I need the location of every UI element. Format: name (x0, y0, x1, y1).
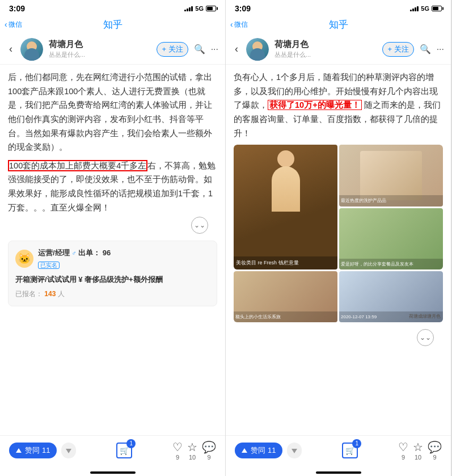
header-icons-right: 🔍 ··· (420, 44, 444, 54)
showcase-date: 2020-12-07 13:59 (339, 311, 443, 323)
real-name-badge-left: 已实名 (38, 262, 60, 269)
registered-count-left: 143 (44, 290, 56, 298)
cart-count-left: 1 (126, 439, 136, 448)
author-name-right: 荷塘月色 (274, 39, 377, 50)
star-icon-right: ☆ (413, 440, 423, 454)
showcase-top-right-img: 最近热度的洗护产品品 (339, 145, 443, 207)
network-type-right: 5G (421, 5, 429, 12)
bottom-bar-left (0, 465, 225, 476)
battery-icon-left (206, 6, 216, 11)
promo-box-left: 🐱 运营/经理 ♂ 出单： 96 已实名 开箱测评/试试试用 ¥ 奢侈品级洗护+… (8, 241, 217, 306)
showcase-caption-3: 爱是好呀，的比分享套餐品及发友本 (339, 259, 443, 270)
comment-group-right[interactable]: 💬 9 (428, 440, 442, 461)
comment-group-left[interactable]: 💬 9 (202, 440, 216, 461)
cart-icon-right[interactable]: 🛒 1 (342, 443, 358, 458)
vote-down-button-right[interactable] (287, 443, 302, 458)
battery-icon-right (432, 6, 442, 11)
image-showcase-right: 美妆类目 re Fresh 钱栏意量 最近热度的洗护产品品 爱是好呀，的比分享套… (234, 145, 443, 322)
app-title-left: 知乎 (103, 18, 122, 31)
like-group-right[interactable]: ♡ 9 (398, 440, 408, 461)
showcase-bottom-right-img: 爱是好呀，的比分享套餐品及发友本 (339, 208, 443, 270)
search-icon-left[interactable]: 🔍 (194, 44, 205, 54)
showcase-caption-1: 美妆类目 re Fresh 钱栏意量 (234, 256, 337, 269)
back-button-right[interactable]: ‹ 微信 (230, 20, 248, 30)
article-para-before-right: 负有心人，1个多月后，随着我们的种草测评内容的增多，以及我们的用心维护。开始慢慢… (234, 70, 443, 140)
article-back-right[interactable]: ‹ (233, 43, 240, 55)
vote-down-icon-right (292, 449, 297, 453)
cart-count-right: 1 (352, 439, 361, 448)
more-icon-left[interactable]: ··· (211, 44, 218, 54)
bottom-bar-right (226, 465, 451, 476)
search-icon-right[interactable]: 🔍 (420, 44, 431, 54)
right-panel: 3:09 5G ‹ 微信 知乎 ‹ (226, 0, 451, 476)
avatar-left[interactable] (20, 38, 43, 61)
promo-name-left: 运营/经理 ♂ 出单： 96 (38, 247, 111, 259)
action-bar-right: 赞同 11 🛒 1 ♡ 9 ☆ 10 💬 9 (226, 435, 451, 465)
scroll-indicator-right: ⌄⌄ (234, 327, 443, 348)
app-title-right: 知乎 (329, 18, 348, 31)
status-icons-right: 5G (410, 5, 442, 12)
author-sub-left: 丛丛是什么... (49, 50, 151, 59)
promo-details-left: 运营/经理 ♂ 出单： 96 已实名 (38, 247, 111, 270)
vote-up-icon-left (16, 448, 22, 453)
promo-header-left: 🐱 运营/经理 ♂ 出单： 96 已实名 (15, 247, 210, 270)
signal-icon-right (410, 6, 419, 11)
vote-up-button-left[interactable]: 赞同 11 (9, 443, 57, 458)
app-header-right: ‹ 微信 知乎 (226, 16, 451, 34)
star-icon-left: ☆ (187, 440, 197, 454)
article-para-1-left: 后，他们都同意，先在网红湾进行小范围的试错，拿出100套产品来跟100个素人、达… (8, 70, 217, 154)
heart-icon-right: ♡ (398, 440, 408, 454)
promo-avatar-left: 🐱 (15, 250, 33, 268)
like-group-left[interactable]: ♡ 9 (172, 440, 183, 461)
vote-down-button-left[interactable] (61, 443, 76, 458)
status-time-left: 3:09 (9, 4, 25, 13)
status-icons-left: 5G (184, 5, 216, 12)
cart-icon-left[interactable]: 🛒 1 (116, 443, 132, 458)
highlight-text-right: 获得了10万+的曝光量！ (268, 100, 362, 110)
status-time-right: 3:09 (235, 4, 251, 13)
gender-icon-left: ♂ (71, 250, 76, 256)
home-indicator-right (316, 471, 361, 474)
author-name-left: 荷塘月色 (49, 39, 151, 50)
author-sub-right: 丛丛是什么... (274, 50, 377, 59)
article-content-left: 后，他们都同意，先在网红湾进行小范围的试错，拿出100套产品来跟100个素人、达… (0, 65, 225, 435)
action-bar-left: 赞同 11 🛒 1 ♡ 9 ☆ 10 💬 9 (0, 435, 225, 465)
showcase-bottom-left-img: 额头上的小生活乐系旅 (234, 271, 337, 322)
star-group-left[interactable]: ☆ 10 (187, 440, 197, 461)
vote-up-icon-right (242, 448, 247, 453)
vote-up-button-right[interactable]: 赞同 11 (235, 443, 282, 458)
vote-down-icon-left (66, 449, 71, 453)
showcase-bottom-right2-img: 荷塘成绿塘月色 2020-12-07 13:59 (339, 271, 443, 322)
follow-button-right[interactable]: + 关注 (382, 42, 413, 57)
back-button-left[interactable]: ‹ 微信 (5, 20, 22, 30)
highlighted-text-left: 100套的成本加上邮费大概要4千多左 (8, 160, 147, 171)
more-icon-right[interactable]: ··· (437, 44, 444, 54)
article-header-right: ‹ 荷塘月色 丛丛是什么... + 关注 🔍 ··· (226, 34, 451, 65)
chevron-left-icon-right: ‹ (230, 20, 233, 29)
chevron-left-icon: ‹ (5, 20, 7, 29)
star-group-right[interactable]: ☆ 10 (413, 440, 423, 461)
scroll-down-button-left[interactable]: ⌄⌄ (191, 217, 208, 234)
header-icons-left: 🔍 ··· (194, 44, 218, 54)
status-bar-left: 3:09 5G (0, 0, 225, 16)
promo-title-left: 开箱测评/试试试用 ¥ 奢侈品级洗护+额外报酬 (15, 273, 210, 286)
left-panel: 3:09 5G ‹ 微信 知乎 ‹ (0, 0, 226, 476)
showcase-caption-2: 最近热度的洗护产品品 (339, 195, 443, 207)
app-header-left: ‹ 微信 知乎 (0, 16, 225, 34)
article-header-left: ‹ 荷塘月色 丛丛是什么... + 关注 🔍 ··· (0, 34, 225, 65)
comment-icon-left: 💬 (202, 440, 216, 454)
article-para-2-left: 100套的成本加上邮费大概要4千多左右，不算高，勉勉强强能接受的了，即使没效果，… (8, 159, 217, 215)
promo-meta-left: 已实名 (38, 260, 111, 271)
scroll-down-button-right[interactable]: ⌄⌄ (417, 329, 434, 346)
showcase-main-img: 美妆类目 re Fresh 钱栏意量 (234, 145, 337, 269)
author-info-left: 荷塘月色 丛丛是什么... (49, 39, 151, 59)
network-type-left: 5G (195, 5, 204, 12)
article-back-left[interactable]: ‹ (7, 43, 15, 55)
avatar-right[interactable] (246, 38, 269, 61)
scroll-indicator-left: ⌄⌄ (8, 214, 217, 236)
follow-button-left[interactable]: + 关注 (157, 42, 188, 57)
showcase-caption-4: 额头上的小生活乐系旅 (234, 311, 337, 323)
author-info-right: 荷塘月色 丛丛是什么... (274, 39, 377, 59)
article-content-right: 负有心人，1个多月后，随着我们的种草测评内容的增多，以及我们的用心维护。开始慢慢… (226, 65, 451, 435)
signal-icon-left (184, 6, 193, 11)
